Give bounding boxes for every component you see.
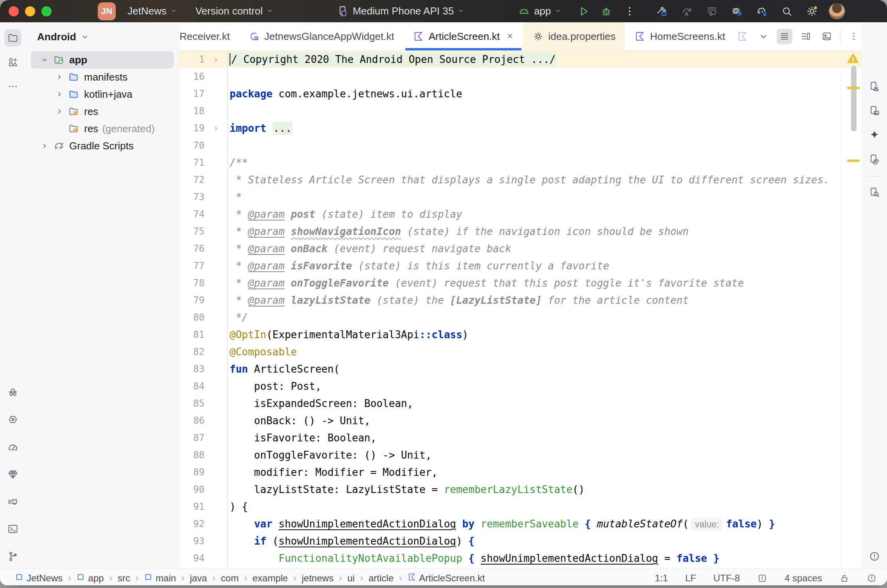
app-inspection-icon[interactable] [4, 466, 22, 483]
build-hammer-icon[interactable] [655, 5, 668, 18]
running-devices-icon[interactable] [866, 102, 883, 119]
breadcrumb-example[interactable]: example [252, 573, 288, 584]
breadcrumb-jetnews[interactable]: JetNews [15, 573, 63, 584]
breadcrumb-main[interactable]: main [144, 573, 176, 584]
more-horizontal-icon[interactable] [4, 78, 22, 95]
minimize-window-button[interactable] [25, 6, 35, 16]
breadcrumb-app[interactable]: app [76, 573, 104, 584]
code-text[interactable]: * Stateless Article Screen that displays… [227, 171, 862, 188]
chevron-down-icon[interactable] [756, 29, 771, 44]
hidden-tab-kotlin-icon[interactable] [734, 29, 750, 44]
code-text[interactable]: fun ArticleScreen( [227, 360, 862, 378]
list-view-icon[interactable] [777, 29, 792, 44]
line-separator[interactable]: LF [685, 573, 696, 584]
code-text[interactable]: /** [227, 154, 862, 171]
code-text[interactable]: onToggleFavorite: () -> Unit, [227, 446, 862, 464]
gradle-sync-icon[interactable] [755, 5, 768, 18]
warning-stripe-mark[interactable] [847, 87, 860, 89]
code-text[interactable] [227, 68, 862, 85]
code-text[interactable]: modifier: Modifier = Modifier, [227, 464, 862, 481]
version-control-icon[interactable] [4, 548, 22, 565]
settings-gear-icon[interactable] [805, 5, 819, 18]
close-icon[interactable] [506, 30, 514, 43]
code-text[interactable]: import ... [227, 120, 862, 137]
project-view-selector[interactable]: Android [26, 22, 178, 51]
code-editor[interactable]: 1›/ Copyright 2020 The Android Open Sour… [179, 51, 862, 568]
code-text[interactable]: isFavorite: Boolean, [227, 429, 862, 446]
chevron-right-icon[interactable] [37, 142, 52, 150]
resource-manager-icon[interactable] [4, 54, 22, 71]
breadcrumb-ui[interactable]: ui [347, 573, 355, 584]
device-selector[interactable]: Medium Phone API 35 [332, 2, 469, 20]
zoom-window-button[interactable] [41, 6, 52, 16]
caret-position[interactable]: 1:1 [655, 573, 668, 584]
attach-debugger-icon[interactable] [730, 5, 743, 18]
code-text[interactable] [227, 102, 862, 120]
tree-item-manifests[interactable]: manifests [31, 68, 174, 86]
tree-item-res[interactable]: res(generated) [31, 120, 174, 137]
code-text[interactable]: * @param onBack (event) request navigate… [227, 240, 862, 257]
breadcrumb-article[interactable]: article [368, 573, 393, 584]
breadcrumb-java[interactable]: java [190, 573, 207, 584]
run-configuration-selector[interactable]: app [514, 2, 566, 20]
breadcrumb-jetnews[interactable]: jetnews [302, 573, 334, 584]
vcs-menu[interactable]: Version control [192, 3, 278, 20]
more-vertical-icon[interactable] [846, 29, 862, 44]
code-text[interactable]: FunctionalityNotAvailablePopup { showUni… [227, 550, 862, 567]
chevron-right-icon[interactable] [52, 107, 67, 116]
breadcrumb-src[interactable]: src [118, 573, 130, 584]
code-text[interactable]: package com.example.jetnews.ui.article [227, 85, 862, 102]
project-menu[interactable]: JetNews [124, 3, 181, 20]
close-window-button[interactable] [9, 6, 19, 16]
apply-changes-icon[interactable] [680, 5, 693, 18]
code-text[interactable]: @OptIn(ExperimentalMaterial3Api::class) [227, 326, 862, 343]
tree-item-gradle-scripts[interactable]: Gradle Scripts [31, 137, 174, 154]
code-text[interactable]: var showUnimplementedActionDialog by rem… [227, 515, 862, 532]
notifications-bell-icon[interactable] [866, 29, 883, 47]
breadcrumb-com[interactable]: com [221, 573, 239, 584]
fold-marker-icon[interactable]: › [205, 120, 227, 137]
code-text[interactable]: isExpandedScreen: Boolean, [227, 395, 862, 412]
apply-code-changes-icon[interactable] [705, 5, 718, 18]
code-text[interactable]: onBack: () -> Unit, [227, 412, 862, 429]
services-icon[interactable] [4, 411, 22, 428]
tree-item-res[interactable]: res [31, 103, 174, 120]
device-explorer-icon[interactable] [866, 184, 883, 201]
tab-idea-properties[interactable]: idea.properties [523, 22, 625, 50]
chevron-right-icon[interactable] [52, 90, 67, 99]
scrollbar-thumb[interactable] [851, 66, 856, 131]
chevron-down-icon[interactable] [37, 56, 52, 64]
tree-item-app[interactable]: app [31, 51, 174, 68]
code-text[interactable]: */ [227, 309, 862, 326]
app-quality-insights-icon[interactable] [4, 384, 22, 401]
code-text[interactable]: / Copyright 2020 The Android Open Source… [227, 51, 862, 68]
highlight-level[interactable] [757, 573, 767, 583]
run-button[interactable] [577, 5, 590, 18]
code-text[interactable]: * [227, 188, 862, 206]
logcat-icon[interactable] [4, 493, 22, 510]
tab-receiver-kt[interactable]: Receiver.kt [179, 22, 239, 50]
fold-marker-icon[interactable]: › [205, 51, 227, 68]
tab-articlescreen-kt[interactable]: ArticleScreen.kt [404, 22, 523, 50]
chevron-right-icon[interactable] [52, 73, 67, 81]
code-text[interactable]: if (showUnimplementedActionDialog) { [227, 532, 862, 550]
code-text[interactable]: @Composable [227, 343, 862, 360]
more-vertical-icon[interactable] [623, 5, 636, 18]
code-text[interactable] [227, 137, 862, 154]
code-text[interactable]: * @param showNavigationIcon (state) if t… [227, 223, 862, 240]
gemini-star-icon[interactable] [866, 126, 883, 143]
user-avatar[interactable] [829, 3, 845, 20]
problems-icon[interactable] [866, 548, 883, 565]
gradle-icon[interactable] [866, 54, 883, 71]
preview-image-icon[interactable] [819, 29, 835, 44]
code-text[interactable]: lazyListState: LazyListState = rememberL… [227, 481, 862, 498]
indent-style[interactable]: 4 spaces [785, 573, 822, 584]
code-text[interactable]: ) { [227, 498, 862, 515]
code-text[interactable]: * @param post (state) item to display [227, 206, 862, 223]
split-view-icon[interactable] [798, 29, 813, 44]
breadcrumb-articlescreen-kt[interactable]: ArticleScreen.kt [408, 573, 485, 584]
device-mirroring-icon[interactable] [866, 151, 883, 168]
device-manager-icon[interactable] [866, 78, 883, 95]
project-folder-icon[interactable] [4, 29, 22, 47]
readonly-toggle[interactable] [839, 573, 849, 583]
